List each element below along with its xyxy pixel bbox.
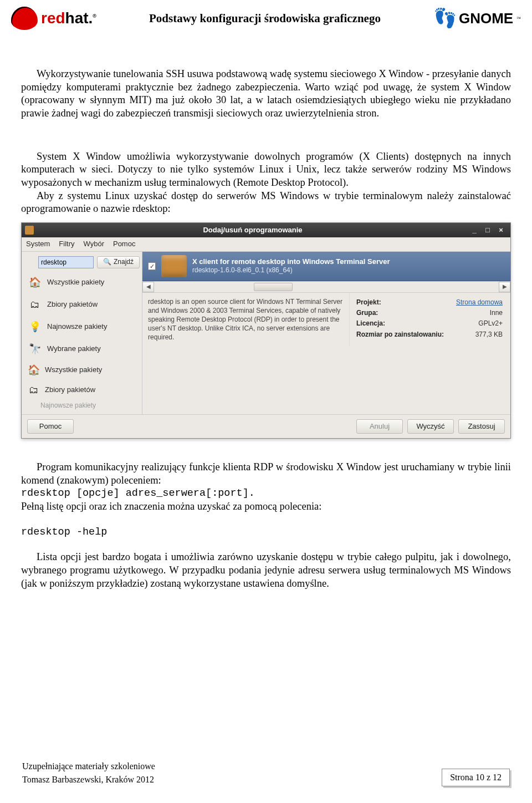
paragraph-2b: Aby z systemu Linux uzyskać dostęp do se… [21, 190, 511, 216]
menu-system[interactable]: System [26, 240, 50, 249]
menu-help[interactable]: Pomoc [113, 240, 135, 249]
meta-project-link[interactable]: Strona domowa [456, 298, 503, 306]
command-2: rdesktop -help [21, 526, 511, 539]
redhat-hat-icon [11, 7, 38, 30]
package-description: rdesktop is an open source client for Wi… [142, 293, 350, 347]
paragraph-2a: System X Window umożliwia wykorzystywani… [21, 150, 511, 190]
help-button[interactable]: Pomoc [27, 419, 74, 434]
action-bar: Pomoc Anuluj Wyczyść Zastosuj [22, 414, 510, 438]
paragraph-3b: Pełną listę opcji oraz ich znaczenia moż… [21, 500, 511, 514]
sidebar-item-collections-2[interactable]: 🗂 Zbiory pakietów [22, 380, 142, 400]
sidebar-item-newest[interactable]: 💡 Najnowsze pakiety [22, 316, 142, 338]
find-button[interactable]: 🔍Znajdź [97, 256, 140, 268]
redhat-text-red: red [41, 9, 65, 27]
page-footer: Uzupełniające materiały szkoleniowe Toma… [0, 760, 532, 786]
house-icon: 🏠 [27, 275, 43, 291]
sidebar-item-label: Wszystkie pakiety [47, 278, 104, 287]
find-button-label: Znajdź [114, 258, 134, 266]
meta-license-val: GPLv2+ [452, 318, 503, 329]
meta-size-key: Rozmiar po zainstalowaniu: [356, 329, 452, 340]
sidebar-item-label: Zbiory pakietów [45, 385, 95, 395]
package-checkbox[interactable]: ✓ [148, 262, 156, 270]
menu-select[interactable]: Wybór [84, 240, 104, 249]
bulb-icon: 💡 [27, 319, 43, 335]
menu-filters[interactable]: Filtry [59, 240, 74, 249]
horizontal-scrollbar[interactable]: ◀ ▶ [142, 281, 510, 293]
folder-icon: 🗂 [27, 297, 43, 313]
sidebar-item-label: Wszystkie pakiety [45, 365, 102, 375]
search-input[interactable] [38, 256, 94, 268]
close-button[interactable]: × [495, 225, 507, 235]
sidebar-item-selected[interactable]: 🔭 Wybrane pakiety [22, 338, 142, 360]
package-version: rdesktop-1.6.0-8.el6_0.1 (x86_64) [192, 266, 390, 275]
folder-icon: 🗂 [27, 384, 40, 397]
house-icon: 🏠 [27, 364, 40, 377]
meta-size-val: 377,3 KB [452, 329, 503, 340]
sidebar-item-label: Najnowsze pakiety [47, 322, 107, 332]
sidebar-item-cutoff: Najnowsze pakiety [22, 400, 142, 414]
binoculars-icon: 🔭 [27, 342, 43, 357]
sidebar-item-all-packages[interactable]: 🏠 Wszystkie pakiety [22, 272, 142, 294]
menubar: System Filtry Wybór Pomoc [22, 237, 510, 252]
window-title: Dodaj/usuń oprogramowanie [38, 226, 467, 235]
apply-button[interactable]: Zastosuj [458, 419, 505, 434]
paragraph-1: Wykorzystywanie tunelowania SSH usuwa po… [21, 68, 511, 120]
maximize-button[interactable]: □ [482, 225, 494, 235]
scroll-right-icon[interactable]: ▶ [499, 282, 510, 292]
redhat-text-black: hat. [65, 9, 93, 27]
page-header: redhat.® Podstawy konfiguracji środowisk… [0, 0, 532, 34]
cancel-button[interactable]: Anuluj [356, 419, 403, 434]
sidebar-item-all-packages-2[interactable]: 🏠 Wszystkie pakiety [22, 360, 142, 380]
minimize-button[interactable]: _ [468, 225, 480, 235]
package-meta: Projekt: Strona domowa Grupa: Inne Licen… [350, 293, 510, 347]
header-title: Podstawy konfiguracji środowiska graficz… [96, 12, 433, 26]
gnome-text: GNOME [459, 10, 513, 27]
sidebar-item-label: Wybrane pakiety [47, 344, 101, 354]
scroll-thumb[interactable] [254, 283, 293, 291]
redhat-logo: redhat.® [11, 7, 96, 30]
page-number: Strona 10 z 12 [442, 769, 510, 786]
package-box-icon [161, 255, 187, 277]
gnome-foot-icon: 👣 [433, 9, 457, 28]
meta-license-key: Licencja: [356, 318, 452, 329]
document-body: Wykorzystywanie tunelowania SSH usuwa po… [0, 34, 532, 590]
footer-line2: Tomasz Barbaszewski, Kraków 2012 [22, 773, 155, 786]
command-1: rdesktop [opcje] adres_serwera[:port]. [21, 487, 511, 500]
meta-group-key: Grupa: [356, 308, 452, 318]
sidebar-item-label: Zbiory pakietów [47, 300, 98, 309]
scroll-left-icon[interactable]: ◀ [142, 282, 154, 292]
gnome-logo: 👣 GNOME ™ [433, 9, 521, 28]
footer-line1: Uzupełniające materiały szkoleniowe [22, 760, 155, 773]
meta-group-val: Inne [452, 308, 503, 318]
software-manager-window: Dodaj/usuń oprogramowanie _ □ × System F… [21, 222, 511, 439]
clear-button[interactable]: Wyczyść [407, 419, 454, 434]
gnome-tm: ™ [516, 16, 521, 21]
package-title: X client for remote desktop into Windows… [192, 257, 390, 267]
window-icon [25, 226, 34, 235]
package-result-row[interactable]: ✓ X client for remote desktop into Windo… [142, 252, 510, 281]
sidebar-item-collections[interactable]: 🗂 Zbiory pakietów [22, 294, 142, 316]
main-area: ✓ X client for remote desktop into Windo… [142, 252, 510, 414]
window-titlebar[interactable]: Dodaj/usuń oprogramowanie _ □ × [22, 223, 510, 237]
sidebar: 🔍Znajdź 🏠 Wszystkie pakiety 🗂 Zbiory pak… [22, 252, 142, 414]
paragraph-4: Lista opcji jest bardzo bogata i umożliw… [21, 551, 511, 590]
meta-project-key: Projekt: [356, 297, 452, 308]
redhat-tm: ® [93, 13, 96, 19]
paragraph-3a: Program komunikacyjny realizujący funkcj… [21, 461, 511, 487]
